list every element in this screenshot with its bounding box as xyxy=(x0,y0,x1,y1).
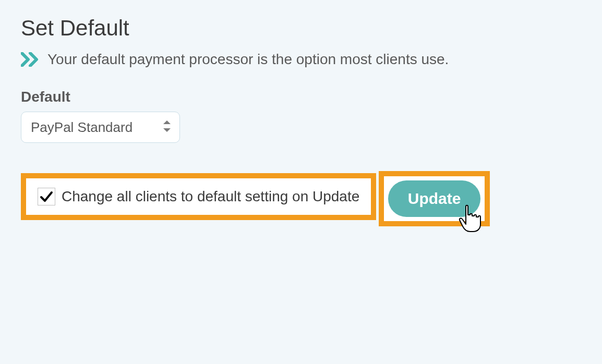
default-select-wrapper: PayPal Standard xyxy=(21,112,180,143)
change-all-clients-checkbox[interactable] xyxy=(38,188,55,205)
double-chevron-right-icon xyxy=(21,52,40,67)
default-field-group: Default PayPal Standard xyxy=(21,89,581,143)
update-button[interactable]: Update xyxy=(388,180,481,217)
default-select[interactable]: PayPal Standard xyxy=(21,112,180,143)
highlight-box-update: Update xyxy=(379,171,490,226)
description-text: Your default payment processor is the op… xyxy=(47,51,449,68)
checkmark-icon xyxy=(39,189,54,204)
change-all-clients-checkbox-row: Change all clients to default setting on… xyxy=(38,188,359,205)
highlight-box-checkbox: Change all clients to default setting on… xyxy=(21,173,376,220)
change-all-clients-label: Change all clients to default setting on… xyxy=(62,188,359,205)
page-title: Set Default xyxy=(21,16,581,41)
description-row: Your default payment processor is the op… xyxy=(21,51,581,68)
field-label-default: Default xyxy=(21,89,581,105)
